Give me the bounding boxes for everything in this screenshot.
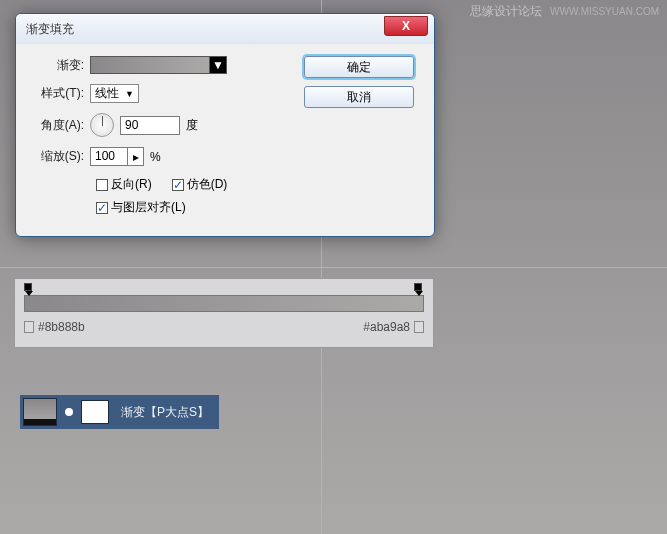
layer-item[interactable]: 渐变【P大点S】 [20,395,219,429]
reverse-label: 反向(R) [111,176,152,193]
link-icon[interactable] [65,408,73,416]
opacity-stop-right[interactable] [414,283,424,293]
checkbox-box: ✓ [96,202,108,214]
chevron-down-icon: ▼ [212,58,224,72]
close-button[interactable]: X [384,16,428,36]
layer-name[interactable]: 渐变【P大点S】 [121,404,209,421]
dialog-body: 渐变: ▼ 样式(T): 线性 ▼ 角度(A): 90 度 缩放(S): [16,44,434,236]
opacity-stops-row [24,283,424,295]
style-value: 线性 [95,85,119,102]
checkbox-box: ✓ [172,179,184,191]
gradient-fill-dialog: 渐变填充 X 渐变: ▼ 样式(T): 线性 ▼ 角度(A): 90 [15,13,435,237]
align-checkbox[interactable]: ✓与图层对齐(L) [96,199,186,216]
align-label: 与图层对齐(L) [111,199,186,216]
chevron-right-icon: ▸ [133,150,139,164]
check-icon: ✓ [173,178,183,192]
reverse-checkbox[interactable]: 反向(R) [96,176,152,193]
hex-right: #aba9a8 [363,320,410,334]
watermark: 思缘设计论坛 WWW.MISSYUAN.COM [470,3,659,20]
gradient-dropdown-button[interactable]: ▼ [209,56,227,74]
ok-label: 确定 [347,59,371,76]
close-icon: X [402,19,410,33]
hex-left: #8b888b [38,320,85,334]
guide-horizontal[interactable] [0,267,667,268]
angle-unit: 度 [186,117,198,134]
cancel-button[interactable]: 取消 [304,86,414,108]
style-label: 样式(T): [30,85,90,102]
opacity-stop-left[interactable] [24,283,34,293]
lock-icon [414,321,424,333]
watermark-url: WWW.MISSYUAN.COM [550,6,659,17]
dither-checkbox[interactable]: ✓仿色(D) [172,176,228,193]
scale-unit: % [150,150,161,164]
gradient-editor-panel: #8b888b #aba9a8 [14,278,434,348]
scale-label: 缩放(S): [30,148,90,165]
layer-mask-thumbnail[interactable] [81,400,109,424]
scale-input[interactable]: 100 ▸ [90,147,144,166]
gradient-swatch[interactable] [90,56,210,74]
chevron-down-icon: ▼ [125,89,134,99]
check-icon: ✓ [97,201,107,215]
gradient-label: 渐变: [30,57,90,74]
controls-column: 渐变: ▼ 样式(T): 线性 ▼ 角度(A): 90 度 缩放(S): [30,56,304,222]
style-select[interactable]: 线性 ▼ [90,84,139,103]
dialog-titlebar[interactable]: 渐变填充 X [16,14,434,44]
angle-input[interactable]: 90 [120,116,180,135]
checkbox-box [96,179,108,191]
lock-icon [24,321,34,333]
angle-label: 角度(A): [30,117,90,134]
ok-button[interactable]: 确定 [304,56,414,78]
cancel-label: 取消 [347,89,371,106]
buttons-column: 确定 取消 [304,56,424,222]
gradient-bar[interactable] [24,295,424,312]
scale-value: 100 [91,148,127,165]
scale-flyout-button[interactable]: ▸ [127,148,143,165]
watermark-text: 思缘设计论坛 [470,4,542,18]
angle-dial[interactable] [90,113,114,137]
dither-label: 仿色(D) [187,176,228,193]
layer-thumbnail[interactable] [23,398,57,426]
dialog-title: 渐变填充 [26,21,74,38]
